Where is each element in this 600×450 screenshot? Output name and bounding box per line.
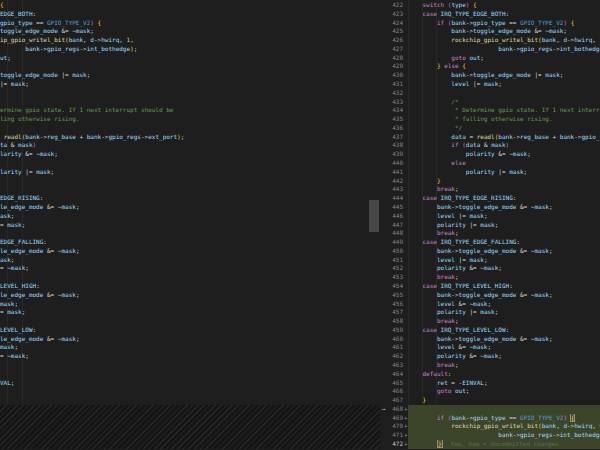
code-line-modified[interactable]: 447 polarity |= mask; [380, 221, 600, 230]
code-line-modified[interactable]: 466 goto out; [380, 387, 600, 396]
code-line-original[interactable]: { [0, 1, 380, 10]
code-line-modified[interactable]: 433 /* [380, 98, 600, 107]
line-number[interactable]: 444 [387, 194, 403, 203]
code-line-original[interactable]: larity |= mask; [0, 168, 380, 177]
code-line-original[interactable]: ask; [0, 212, 380, 221]
code-line-modified[interactable]: 459 case IRQ_TYPE_LEVEL_LOW: [380, 326, 600, 335]
code-line-original[interactable] [0, 159, 380, 168]
code-line-original[interactable] [0, 370, 380, 379]
line-number[interactable]: 438 [387, 141, 403, 150]
code-line-original[interactable]: le_edge_mode &= ~mask; [0, 335, 380, 344]
code-line-modified[interactable]: 430 bank->toggle_edge_mode |= mask; [380, 71, 600, 80]
line-number[interactable]: 471 [387, 431, 403, 440]
code-line-modified[interactable]: 423 case IRQ_TYPE_EDGE_BOTH: [380, 10, 600, 19]
line-number[interactable]: 442 [387, 177, 403, 186]
line-number[interactable]: 464 [387, 370, 403, 379]
code-line-original[interactable]: |= mask; [0, 80, 380, 89]
code-line-modified[interactable]: 451 level |= mask; [380, 256, 600, 265]
code-line-original[interactable]: le_edge_mode &= ~mask; [0, 247, 380, 256]
line-number[interactable]: 446 [387, 212, 403, 221]
code-line-original[interactable]: mask; [0, 343, 380, 352]
code-line-original[interactable] [0, 89, 380, 98]
code-line-modified[interactable]: 443 break; [380, 185, 600, 194]
code-line-modified[interactable]: 440 else [380, 159, 600, 168]
line-number[interactable]: 461 [387, 343, 403, 352]
line-number[interactable]: 429 [387, 62, 403, 71]
line-number[interactable]: 472 [387, 440, 403, 449]
code-line-original[interactable]: readl(bank->reg_base + bank->gpio_regs->… [0, 133, 380, 142]
line-number[interactable]: 445 [387, 203, 403, 212]
line-number[interactable]: 447 [387, 221, 403, 230]
code-line-modified[interactable]: 456 level &= ~mask; [380, 300, 600, 309]
code-line-original[interactable] [0, 185, 380, 194]
code-line-original[interactable]: le_edge_mode &= ~mask; [0, 203, 380, 212]
line-number[interactable]: 427 [387, 45, 403, 54]
line-number[interactable]: 465 [387, 379, 403, 388]
code-line-modified[interactable]: 452 polarity &= ~mask; [380, 264, 600, 273]
code-line-original[interactable] [0, 396, 380, 405]
code-line-modified[interactable]: 465 ret = -EINVAL; [380, 379, 600, 388]
line-number[interactable]: 459 [387, 326, 403, 335]
line-number[interactable]: 456 [387, 300, 403, 309]
code-line-original[interactable] [0, 98, 380, 107]
code-line-original[interactable] [0, 273, 380, 282]
code-line-original[interactable]: = mask; [0, 221, 380, 230]
line-number[interactable]: 434 [387, 106, 403, 115]
line-number[interactable]: 467 [387, 396, 403, 405]
code-line-original[interactable] [0, 229, 380, 238]
line-number[interactable]: 424 [387, 19, 403, 28]
line-number[interactable]: 425 [387, 27, 403, 36]
code-line-modified[interactable]: 444 case IRQ_TYPE_EDGE_RISING: [380, 194, 600, 203]
line-number[interactable]: 439 [387, 150, 403, 159]
code-line-modified[interactable]: 455 bank->toggle_edge_mode &= ~mask; [380, 291, 600, 300]
code-line-original[interactable]: mask; [0, 300, 380, 309]
code-line-original[interactable]: VAL; [0, 379, 380, 388]
code-line-modified[interactable]: 442 } [380, 177, 600, 186]
code-line-original[interactable] [0, 317, 380, 326]
code-line-original[interactable]: toggle_edge_mode |= mask; [0, 71, 380, 80]
code-line-modified[interactable]: 450 bank->toggle_edge_mode &= ~mask; [380, 247, 600, 256]
code-line-modified[interactable]: 471+ bank->gpio_regs->int_bothedge); [380, 431, 600, 440]
code-line-modified[interactable]: 438 if (data & mask) [380, 141, 600, 150]
code-line-modified[interactable]: 432 [380, 89, 600, 98]
line-number[interactable]: 432 [387, 89, 403, 98]
code-line-modified[interactable]: 428 goto out; [380, 54, 600, 63]
line-number[interactable]: 454 [387, 282, 403, 291]
code-line-modified[interactable]: 435 * falling otherwise rising. [380, 115, 600, 124]
code-line-modified[interactable]: 431 level |= mask; [380, 80, 600, 89]
line-number[interactable]: 466 [387, 387, 403, 396]
line-number[interactable]: 423 [387, 10, 403, 19]
code-line-original[interactable]: bank->gpio_regs->int_bothedge); [0, 45, 380, 54]
code-line-original[interactable] [0, 361, 380, 370]
line-number[interactable]: 463 [387, 361, 403, 370]
line-number[interactable]: 422 [387, 1, 403, 10]
line-number[interactable]: 428 [387, 54, 403, 63]
code-line-modified[interactable]: 439 polarity &= ~mask; [380, 150, 600, 159]
line-number[interactable]: 448 [387, 229, 403, 238]
code-line-original[interactable]: EDGE_FALLING: [0, 238, 380, 247]
code-line-original[interactable]: EDGE_BOTH: [0, 10, 380, 19]
code-line-modified[interactable]: 460 bank->toggle_edge_mode &= ~mask; [380, 335, 600, 344]
code-line-modified[interactable]: 453 break; [380, 273, 600, 282]
line-number[interactable]: 455 [387, 291, 403, 300]
code-line-modified[interactable]: 422 switch (type) { [380, 1, 600, 10]
code-line-modified[interactable]: 472+ }You, now • Uncommitted changes [380, 440, 600, 449]
line-number[interactable]: 436 [387, 124, 403, 133]
diff-original-pane[interactable]: {EDGE_BOTH:gpio_type == GPIO_TYPE_V2) {t… [0, 0, 380, 450]
code-line-original[interactable]: EDGE_RISING: [0, 194, 380, 203]
code-line-original[interactable]: ling otherwise rising. [0, 115, 380, 124]
line-number[interactable]: 462 [387, 352, 403, 361]
code-line-modified[interactable]: 449 case IRQ_TYPE_EDGE_FALLING: [380, 238, 600, 247]
code-line-modified[interactable]: 458 break; [380, 317, 600, 326]
diff-modified-pane[interactable]: 421422 switch (type) {423 case IRQ_TYPE_… [380, 0, 600, 450]
code-line-modified[interactable]: 469+ if (bank->gpio_type == GPIO_TYPE_V2… [380, 414, 600, 423]
code-line-original[interactable]: toggle_edge_mode &= ~mask; [0, 27, 380, 36]
code-line-modified[interactable]: 445 bank->toggle_edge_mode &= ~mask; [380, 203, 600, 212]
code-line-original[interactable]: ip_gpio_writel_bit(bank, d->hwirq, 1, [0, 36, 380, 45]
code-line-modified[interactable]: 463 break; [380, 361, 600, 370]
line-number[interactable]: 450 [387, 247, 403, 256]
line-number[interactable]: 451 [387, 256, 403, 265]
left-pane-scrollbar-thumb[interactable] [369, 200, 379, 232]
code-line-modified[interactable]: 446 level |= mask; [380, 212, 600, 221]
code-line-modified[interactable]: 427 bank->gpio_regs->int_bothedge); [380, 45, 600, 54]
